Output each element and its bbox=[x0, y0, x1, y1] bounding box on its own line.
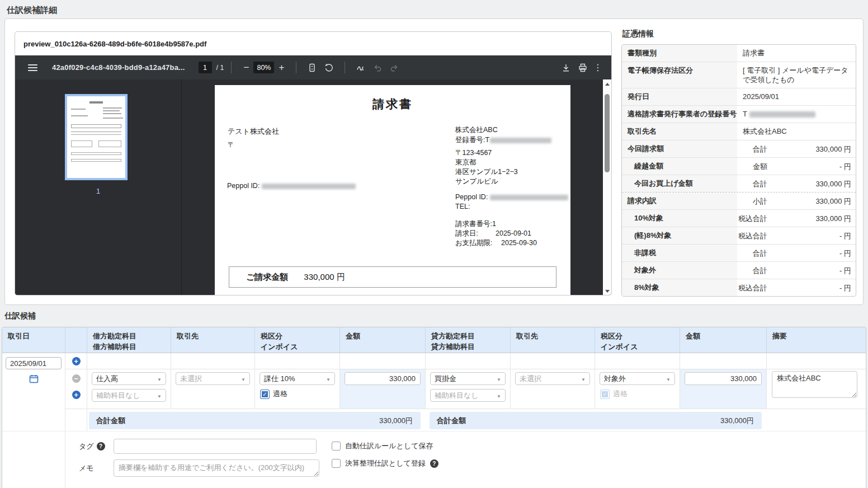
invoice-issuer-regnumber: 登録番号:T bbox=[455, 135, 551, 145]
scroll-up-icon[interactable] bbox=[603, 80, 611, 88]
auto-rule-checkbox[interactable] bbox=[332, 442, 341, 451]
zoom-out-button[interactable]: − bbox=[239, 62, 253, 73]
chevron-down-icon bbox=[157, 374, 162, 383]
chevron-down-icon bbox=[497, 391, 501, 400]
thumbnail-panel: 1 bbox=[15, 79, 182, 295]
page-thumbnail[interactable] bbox=[65, 94, 128, 180]
col-header-credit-tax: 税区分インボイス bbox=[595, 327, 680, 353]
evidence-row: (軽)8%対象 税込合計- 円 bbox=[622, 227, 856, 245]
credit-tax-select[interactable]: 対象外 bbox=[600, 372, 675, 385]
thumbnail-content bbox=[71, 109, 86, 110]
debit-account-select[interactable]: 仕入高 bbox=[92, 372, 166, 385]
memo-textarea[interactable] bbox=[114, 459, 319, 477]
pdf-document-name: 42a0f029-c4c8-4039-bdd9-a12a47ba... bbox=[52, 63, 185, 72]
annotate-icon[interactable] bbox=[352, 60, 369, 76]
invoice-issuer-address1: 東京都 bbox=[455, 158, 477, 167]
credit-partner-select[interactable]: 未選択 bbox=[515, 372, 590, 385]
add-row-above-button[interactable] bbox=[72, 357, 81, 365]
evidence-row: 今回お買上げ金額 合計330,000 円 bbox=[622, 175, 856, 193]
closing-entry-checkbox[interactable] bbox=[332, 459, 341, 468]
detail-card: preview_010c126a-6268-489d-b6fe-6018e4b9… bbox=[4, 18, 864, 305]
thumbnail-content bbox=[103, 110, 120, 111]
auto-rule-label: 自動仕訳ルールとして保存 bbox=[345, 441, 433, 451]
chevron-down-icon bbox=[497, 374, 501, 383]
journal-form: タグ メモ 自動仕訳ルールとして保存 決算整理仕訳として登録 bbox=[65, 431, 866, 488]
invoice-number: 請求書番号:1 bbox=[455, 219, 496, 229]
thumbnail-content bbox=[89, 101, 103, 104]
page-number-input[interactable]: 1 bbox=[199, 62, 212, 73]
debit-tax-cell: 課仕 10% 適格 bbox=[255, 369, 340, 409]
print-icon[interactable] bbox=[574, 60, 591, 76]
page-total-label: / 1 bbox=[216, 64, 224, 72]
debit-tax-select[interactable]: 課仕 10% bbox=[260, 372, 335, 385]
fit-page-icon[interactable] bbox=[304, 60, 320, 76]
debit-amount-input[interactable] bbox=[345, 372, 421, 385]
pdf-scrollbar[interactable] bbox=[603, 79, 611, 295]
credit-qualified-checkbox[interactable] bbox=[600, 390, 610, 399]
invoice-issuer-peppol: Peppol ID: bbox=[455, 193, 568, 201]
credit-account-select[interactable]: 買掛金 bbox=[430, 372, 506, 385]
redacted-value bbox=[490, 138, 551, 143]
undo-icon[interactable] bbox=[369, 60, 386, 76]
summary-textarea[interactable]: 株式会社ABC bbox=[772, 371, 857, 398]
debit-total-cell: 合計金額 330,000円 bbox=[87, 409, 426, 431]
invoice-amount-box: ご請求金額 330,000 円 bbox=[229, 266, 556, 288]
zoom-level-input[interactable]: 80% bbox=[253, 62, 274, 73]
invoice-recipient-company: テスト株式会社 bbox=[228, 126, 279, 137]
debit-account-cell: 仕入高 補助科目なし bbox=[87, 369, 171, 409]
invoice-amount-value: 330,000 円 bbox=[304, 272, 345, 283]
col-header-debit-amount: 金額 bbox=[340, 327, 426, 353]
evidence-row: 適格請求書発行事業者の登録番号 T bbox=[622, 106, 856, 123]
toolbar-divider bbox=[231, 62, 232, 73]
invoice-issuer-tel: TEL: bbox=[455, 203, 470, 210]
debit-total-bar: 合計金額 330,000円 bbox=[89, 412, 421, 429]
credit-tax-cell: 対象外 適格 bbox=[595, 369, 680, 409]
chevron-down-icon bbox=[241, 374, 246, 383]
summary-cell: 株式会社ABC bbox=[767, 369, 866, 409]
closing-entry-label: 決算整理仕訳として登録 bbox=[345, 458, 426, 468]
redacted-value bbox=[749, 111, 815, 118]
credit-total-cell: 合計金額 330,000円 bbox=[426, 409, 767, 431]
debit-amount-cell bbox=[340, 369, 426, 409]
chevron-down-icon bbox=[581, 374, 586, 383]
credit-amount-input[interactable] bbox=[685, 372, 762, 385]
debit-partner-cell: 未選択 bbox=[171, 369, 255, 409]
closing-entry-help-icon[interactable] bbox=[430, 459, 438, 468]
memo-label: メモ bbox=[79, 463, 94, 473]
debit-partner-select[interactable]: 未選択 bbox=[176, 372, 250, 385]
invoice-due-line: お支払期限:2025-09-30 bbox=[455, 238, 537, 248]
pdf-filename: preview_010c126a-6268-489d-b6fe-6018e4b9… bbox=[15, 32, 611, 55]
journal-table-body: 仕入高 補助科目なし 未選択 課仕 10% 適格 買掛金 補助科目なし 未選択 … bbox=[2, 353, 866, 488]
more-options-icon[interactable]: ⋮ bbox=[591, 62, 605, 73]
credit-sub-account-select[interactable]: 補助科目なし bbox=[430, 389, 506, 402]
evidence-row: 対象外 合計- 円 bbox=[622, 262, 856, 279]
invoice-date-line: 請求日:2025-09-01 bbox=[455, 229, 531, 238]
credit-amount-cell bbox=[680, 369, 767, 409]
toolbar-divider bbox=[345, 62, 345, 73]
invoice-recipient-peppol: Peppol ID: bbox=[227, 182, 356, 190]
col-header-date: 取引日 bbox=[2, 327, 65, 353]
chevron-down-icon bbox=[157, 391, 162, 400]
remove-row-button[interactable] bbox=[72, 374, 81, 383]
rotate-icon[interactable] bbox=[320, 60, 337, 76]
scroll-down-icon[interactable] bbox=[603, 287, 611, 295]
redo-icon[interactable] bbox=[386, 60, 403, 76]
tag-help-icon[interactable] bbox=[97, 442, 105, 451]
scrollbar-thumb[interactable] bbox=[605, 94, 610, 172]
menu-icon[interactable] bbox=[28, 64, 37, 71]
zoom-in-button[interactable]: + bbox=[274, 62, 289, 73]
download-icon[interactable] bbox=[558, 60, 574, 76]
tag-input[interactable] bbox=[114, 439, 317, 454]
calendar-icon[interactable] bbox=[29, 374, 39, 385]
col-header-actions bbox=[65, 327, 87, 353]
credit-partner-cell: 未選択 bbox=[511, 369, 595, 409]
debit-qualified-checkbox[interactable] bbox=[260, 390, 270, 399]
transaction-date-input[interactable] bbox=[6, 357, 62, 369]
memo-row: メモ bbox=[79, 459, 319, 477]
thumbnail-content bbox=[71, 132, 121, 132]
debit-sub-account-select[interactable]: 補助科目なし bbox=[92, 389, 166, 402]
invoice-issuer-company: 株式会社ABC bbox=[455, 125, 498, 135]
add-row-below-button[interactable] bbox=[72, 391, 81, 399]
pdf-viewer-body: 1 請求書 テスト株式会社 〒 Peppol ID: 株式会社ABC 登録番号:… bbox=[15, 79, 611, 295]
row-actions bbox=[65, 369, 87, 409]
